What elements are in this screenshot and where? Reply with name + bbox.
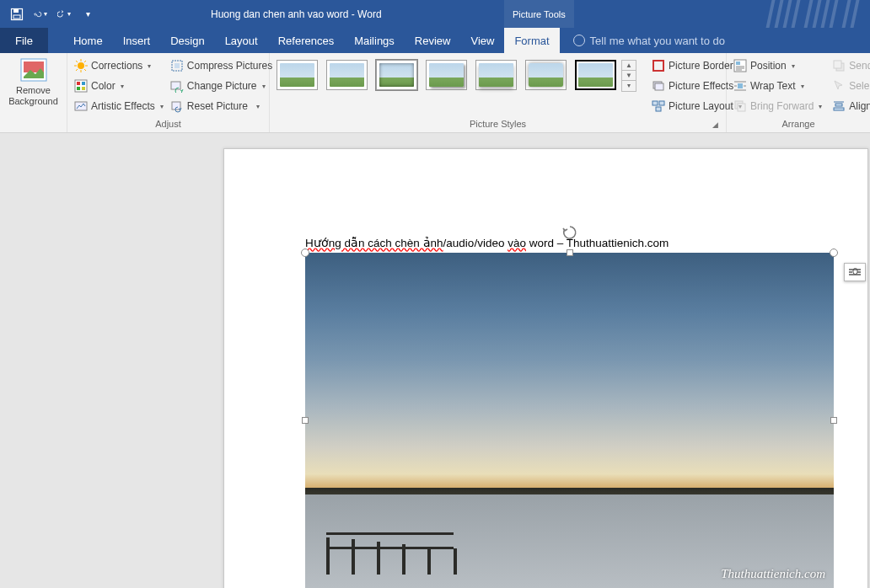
remove-background-button[interactable]: RemoveBackground [7,56,60,107]
picture-effects-icon [652,79,665,93]
handle-nw[interactable] [301,249,309,257]
remove-bg-label1: Remove [16,85,51,95]
handle-e[interactable] [830,417,837,424]
pier-graphic [326,527,453,575]
tab-format[interactable]: Format [504,28,559,53]
tab-home[interactable]: Home [63,28,113,53]
customize-qat-icon[interactable]: ▾ [81,8,94,21]
svg-line-13 [76,69,78,71]
color-label: Color [91,80,115,92]
context-tab-label: Picture Tools [504,0,574,28]
tab-mailings[interactable]: Mailings [344,28,405,53]
tab-review[interactable]: Review [405,28,461,53]
compress-label: Compress Pictures [187,60,272,72]
color-button[interactable]: Color▾ [74,77,164,95]
rotate-handle[interactable] [561,224,578,241]
tell-me-search[interactable]: Tell me what you want to do [560,28,725,53]
remove-bg-label2: Background [8,96,58,106]
doc-text-b: /audio/video [443,237,508,249]
selected-image[interactable]: Thuthuattienich.com [305,253,834,588]
handle-w[interactable] [302,417,309,424]
styles-group-title: Picture Styles [277,117,719,131]
reset-picture-button[interactable]: Reset Picture▾ [170,97,272,115]
layout-options-button[interactable] [844,263,866,281]
svg-rect-29 [656,107,661,111]
artistic-icon [74,99,88,113]
gallery-more-button[interactable]: ▾ [622,81,636,91]
group-adjust: Corrections▾ Color▾ Artistic Effects▾ Co… [67,53,270,132]
tab-file[interactable]: File [0,28,48,53]
tab-insert[interactable]: Insert [113,28,161,53]
wrap-text-button[interactable]: Wrap Text▾ [733,77,822,95]
compress-icon [170,59,184,72]
selection-pane-icon [832,79,846,93]
reset-label: Reset Picture [187,100,248,112]
group-remove-bg: RemoveBackground [0,53,67,132]
svg-rect-41 [738,104,745,111]
svg-rect-26 [655,83,663,90]
group-arrange: Position▾ Wrap Text▾ Bring Forward▾ Send [727,53,870,132]
svg-rect-45 [835,104,842,106]
tab-design[interactable]: Design [160,28,214,53]
compress-pictures-button[interactable]: Compress Pictures [170,56,272,75]
position-button[interactable]: Position▾ [733,56,822,75]
picture-layout-icon [652,99,665,113]
doc-text-a: Hướng dẫn cách chèn ảnh [305,237,443,249]
save-icon[interactable] [10,8,24,21]
ribbon: RemoveBackground Corrections▾ Color▾ Art… [0,53,870,133]
wrap-text-icon [733,79,747,93]
corrections-button[interactable]: Corrections▾ [74,56,164,75]
style-thumb-2[interactable] [326,60,368,90]
change-picture-icon [170,79,184,93]
svg-point-5 [78,62,84,69]
style-thumb-7[interactable] [575,60,616,90]
svg-rect-21 [175,63,180,68]
artistic-label: Artistic Effects [91,100,155,112]
gallery-down-button[interactable]: ▼ [622,71,636,81]
change-picture-button[interactable]: Change Picture▾ [170,77,272,95]
svg-rect-1 [13,9,19,13]
style-thumb-1[interactable] [277,60,318,90]
bring-forward-button[interactable]: Bring Forward▾ [733,97,822,115]
style-thumb-6[interactable] [525,60,567,90]
doc-text-c: vào [508,237,526,249]
bring-forward-label: Bring Forward [750,100,814,112]
svg-rect-46 [834,108,844,110]
undo-icon[interactable]: ▾ [34,8,47,21]
handle-n[interactable] [567,249,573,256]
style-thumb-5[interactable] [475,60,517,90]
group-spacer [7,117,60,131]
select-label: Select [849,80,870,92]
selection-pane-button[interactable]: Select [832,77,870,95]
artistic-effects-button[interactable]: Artistic Effects▾ [74,97,164,115]
picture-border-icon [652,59,665,72]
tab-references[interactable]: References [268,28,344,53]
wrap-text-label: Wrap Text [750,80,796,92]
svg-rect-2 [13,15,20,19]
svg-line-10 [76,61,78,62]
styles-dialog-launcher[interactable]: ◢ [712,120,722,131]
align-button[interactable]: Align [832,97,870,115]
tab-layout[interactable]: Layout [215,28,268,53]
tell-me-placeholder: Tell me what you want to do [590,35,725,47]
send-backward-button[interactable]: Send [832,56,870,75]
handle-ne[interactable] [830,249,838,257]
position-icon [733,59,747,72]
redo-icon[interactable]: ▾ [57,8,71,21]
document-text[interactable]: Hướng dẫn cách chèn ảnh/audio/video vào … [305,236,669,249]
style-thumb-3[interactable] [376,60,417,90]
title-bar: ▾ ▾ ▾ Huong dan chen anh vao word - Word… [0,0,870,28]
color-icon [74,79,88,93]
adjust-group-title: Adjust [74,117,262,131]
svg-rect-27 [652,101,658,105]
group-picture-styles: ▲ ▼ ▾ Picture Border▾ Picture Effects▾ P… [270,53,727,132]
svg-rect-18 [82,87,85,90]
tab-view[interactable]: View [460,28,504,53]
image-content: Thuthuattienich.com [305,253,834,588]
gallery-up-button[interactable]: ▲ [622,61,636,71]
align-icon [832,99,846,113]
align-label: Align [849,100,870,112]
svg-rect-15 [77,82,80,85]
style-thumb-4[interactable] [426,60,467,90]
layout-options-icon [847,266,862,279]
